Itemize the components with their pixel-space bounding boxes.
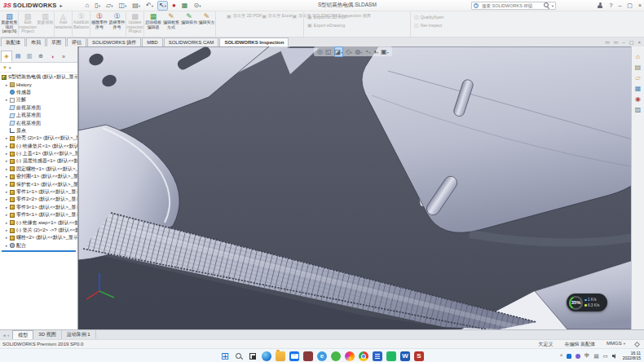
panel-tab[interactable]: ◈ xyxy=(1,51,12,62)
taskbar-app-icon[interactable]: W xyxy=(400,351,410,361)
quick-access-button[interactable]: ⊙ ▾ xyxy=(192,1,202,11)
panel-tab[interactable]: ▤ xyxy=(12,51,24,62)
quick-access-button[interactable]: ⌂ xyxy=(83,1,90,11)
taskbar-app-icon[interactable] xyxy=(373,351,382,361)
taskbar-app-icon[interactable] xyxy=(359,351,368,361)
tree-item[interactable]: ▸ 前视基准面 xyxy=(0,104,77,112)
tag-icon[interactable] xyxy=(634,341,640,347)
taskbar-app-icon[interactable] xyxy=(262,351,271,361)
view-tool-button[interactable]: ◔ ▾ xyxy=(364,47,370,56)
status-item[interactable]: 欠定义 xyxy=(538,341,554,348)
view-tool-button[interactable]: ◑ ▾ xyxy=(373,47,378,56)
ribbon-button[interactable]: ▦ 启动模板编辑器 xyxy=(144,11,162,38)
export-menu-item[interactable]: ◫ QualityXpert xyxy=(414,13,443,20)
status-caret-icon[interactable]: ▾ xyxy=(624,342,625,346)
ribbon-tab[interactable]: SOLIDWORKS Inspection xyxy=(219,38,289,46)
3d-model-section-view[interactable] xyxy=(78,46,644,329)
panel-tab[interactable]: ⊕ xyxy=(35,51,46,62)
search-scope-icon[interactable]: ? xyxy=(474,3,479,8)
tree-item[interactable]: ▸ (-) 绝缘垫片<1> (默认<<默认>_显 xyxy=(0,143,77,150)
panel-tab[interactable]: ◑ xyxy=(46,51,58,62)
tree-filter[interactable]: ▼ ▾ xyxy=(0,63,77,73)
ribbon-button[interactable]: ✎ 编辑操作 xyxy=(180,11,198,38)
search-dropdown-caret-icon[interactable]: ▾ xyxy=(552,2,554,10)
view-tool-button[interactable]: ◱ xyxy=(325,47,332,56)
user-account-icon[interactable] xyxy=(597,2,603,10)
ribbon-tab[interactable]: MBD xyxy=(142,38,162,46)
view-tool-button[interactable]: ◍ ▾ xyxy=(355,47,362,56)
quick-access-button[interactable]: ◫ ▾ xyxy=(117,1,128,11)
document-tab[interactable]: 3D 视图 xyxy=(33,330,61,339)
tree-item[interactable]: ▸ 零件3<1> (默认<<默认>_显示状态 xyxy=(0,204,77,211)
ribbon-button[interactable]: ① 移除零件序号 xyxy=(90,11,108,38)
tree-item[interactable]: ▸ 配合 xyxy=(0,242,77,249)
tree-item[interactable]: ▸ 传感器 xyxy=(0,89,77,96)
restore-button[interactable]: ▢ xyxy=(627,0,633,11)
tree-item[interactable]: ▸ History xyxy=(0,81,77,88)
tree-item[interactable]: ▸ 螺栓<2> (默认<<默认>_显示状态 xyxy=(0,234,77,241)
taskbar-app-icon[interactable] xyxy=(345,351,355,361)
search-icon[interactable] xyxy=(544,2,550,9)
ribbon-tab[interactable]: 评估 xyxy=(67,38,86,46)
dropdown-caret-icon[interactable]: ▾ xyxy=(125,2,126,10)
ribbon-tab[interactable]: 布局 xyxy=(26,38,46,46)
tree-item[interactable]: ▸ 零件2<2> (默认<<默认>_显示状态 xyxy=(0,196,77,203)
dropdown-caret-icon[interactable]: ▾ xyxy=(387,49,389,56)
document-tab[interactable]: 运动算例 1 xyxy=(62,330,96,339)
dropdown-caret-icon[interactable]: ▾ xyxy=(360,49,362,56)
quick-access-button[interactable]: ↶ ▾ xyxy=(144,1,155,11)
export-menu-item[interactable]: ▣ Export to 3D PDF xyxy=(307,13,346,20)
tree-item[interactable]: ▸ 固定螺栓<1> (默认<<默认>_显示状 xyxy=(0,166,77,173)
tree-item[interactable]: ▸ 密封圈<1> (默认<<默认>_显示状态 xyxy=(0,173,77,180)
view-tool-button[interactable]: ◪ ▾ xyxy=(334,46,344,57)
dropdown-caret-icon[interactable]: ▾ xyxy=(199,2,201,10)
volume-icon[interactable] xyxy=(612,353,619,359)
tree-item[interactable]: ▸ (-) 温度传感器<1> (默认<<默认>_ xyxy=(0,157,77,165)
tree-item[interactable]: ▸ (-) 绝缘套.step<1> (默认<<默认> xyxy=(0,219,77,226)
network-icon[interactable]: ▭ xyxy=(603,353,608,360)
taskbar-app-icon[interactable]: e xyxy=(317,351,327,361)
tree-item[interactable]: ▸ 零件5<1> (默认<<默认>_显示状态 xyxy=(0,211,77,219)
tree-item[interactable]: ▸ 零件1<1> (默认<<默认>_显示状态 xyxy=(0,188,77,196)
tree-item[interactable]: ▸ 注解 xyxy=(0,96,77,104)
minimize-button[interactable]: – xyxy=(618,0,621,11)
export-menu-item[interactable]: ▣ 导出至 2D PDF xyxy=(227,12,262,20)
search-input[interactable] xyxy=(480,2,542,9)
system-monitor-overlay[interactable]: 35% 1 K/s 6.3 K/s xyxy=(567,294,607,311)
close-button[interactable]: × xyxy=(638,0,642,11)
taskbar-app-icon[interactable]: S xyxy=(414,351,424,361)
help-search-box[interactable]: ? ▾ xyxy=(471,2,556,10)
task-pane-tab-icon[interactable]: ▨ xyxy=(635,106,642,113)
task-pane-tab-icon[interactable]: ▱ xyxy=(635,74,640,82)
document-window-control-icon[interactable]: × xyxy=(637,40,641,45)
export-menu-item[interactable]: ▣ 导出至 Excel xyxy=(262,12,292,20)
export-menu-item[interactable]: ▣ Export eDrawing xyxy=(307,21,345,29)
taskbar-app-icon[interactable]: ⊞ xyxy=(220,351,230,361)
ribbon-tab[interactable]: 装配体 xyxy=(1,38,25,46)
dropdown-caret-icon[interactable]: ▾ xyxy=(368,49,370,56)
taskbar-app-icon[interactable] xyxy=(331,351,341,361)
onedrive-icon[interactable] xyxy=(567,354,571,359)
tree-item[interactable]: ▸ 右视基准面 xyxy=(0,119,77,126)
quick-access-button[interactable]: ▦ xyxy=(180,1,190,11)
tree-item[interactable]: ▸ 保护套<1> (默认<<默认>_显示状 xyxy=(0,180,77,188)
tree-item[interactable]: ▸ (-) 上盖<1> (默认<<默认>_显示状 xyxy=(0,150,77,157)
view-tool-button[interactable]: ▣ ▾ xyxy=(381,47,389,56)
ribbon-button[interactable]: ▨ Edit Inspection Project xyxy=(19,11,37,38)
ribbon-tab[interactable]: SOLIDWORKS CAM xyxy=(164,38,219,46)
status-item[interactable]: 在编辑 装配体 xyxy=(564,341,597,348)
quick-access-button[interactable]: ▤ ▾ xyxy=(130,1,142,11)
taskbar-app-icon[interactable] xyxy=(248,351,258,361)
panel-tab[interactable]: » xyxy=(58,51,69,62)
tab-scroll-back-icon[interactable]: « xyxy=(3,333,6,338)
dropdown-caret-icon[interactable]: ▾ xyxy=(351,49,352,56)
view-tool-button[interactable]: ◇ ▾ xyxy=(346,47,352,56)
tree-item[interactable]: ▸ 上视基准面 xyxy=(0,112,77,119)
tree-item[interactable]: ▸ (-) 垫片 (2)<2> ->? (默认<<默认> xyxy=(0,227,77,234)
export-menu-item[interactable]: ◫ Net-Inspect xyxy=(414,21,442,29)
task-pane-tab-icon[interactable]: ▤ xyxy=(635,64,642,71)
quick-access-button[interactable]: ↖ ▾ xyxy=(157,1,168,11)
task-pane-tab-icon[interactable]: ⌂ xyxy=(636,53,640,60)
document-window-control-icon[interactable]: – xyxy=(622,40,624,45)
filter-caret-icon[interactable]: ▾ xyxy=(9,65,11,70)
